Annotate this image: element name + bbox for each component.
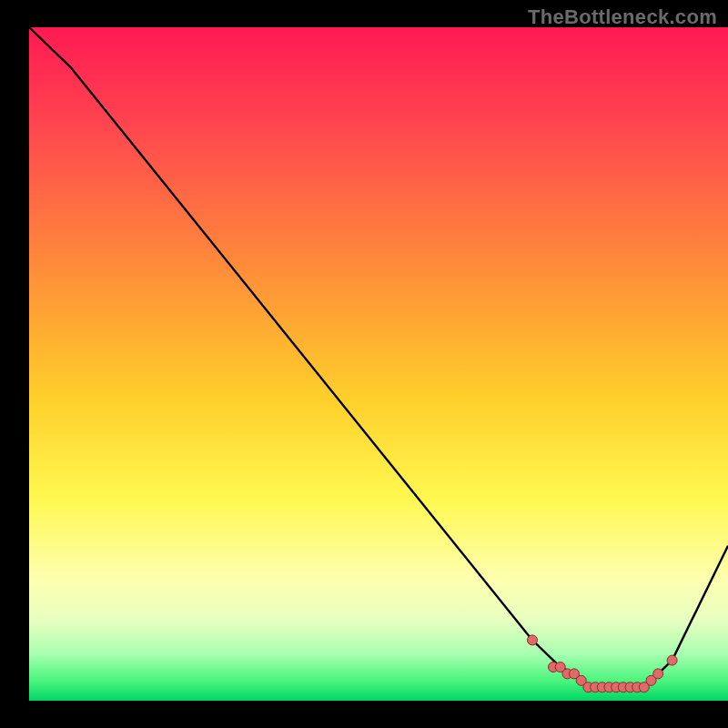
watermark-text: TheBottleneck.com: [528, 5, 717, 29]
marker-dot: [528, 635, 538, 645]
marker-dot: [667, 655, 677, 665]
bottleneck-chart: [0, 0, 728, 728]
plot-area: [29, 27, 728, 701]
gradient-background: [29, 27, 728, 701]
marker-dot: [653, 669, 663, 679]
